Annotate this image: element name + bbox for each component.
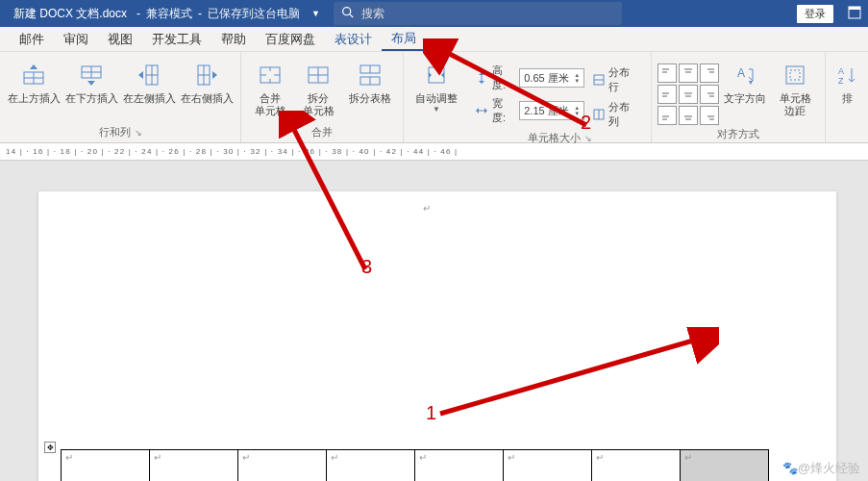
insert-above-icon	[20, 62, 47, 89]
group-merge: 合并 单元格 拆分 单元格 拆分表格 合并	[241, 52, 404, 142]
group-cell-size: 高度: 0.65 厘米▲▼ 宽度: 2.15 厘米▲▼ 分布行 分布列	[469, 52, 652, 142]
search-icon	[341, 6, 354, 21]
height-spinner[interactable]: 0.65 厘米▲▼	[519, 68, 584, 88]
insert-below-button[interactable]: 在下方插入	[63, 56, 119, 105]
split-cells-button[interactable]: 拆分 单元格	[295, 56, 341, 117]
merge-cells-icon	[257, 62, 284, 89]
height-icon	[475, 71, 488, 85]
watermark: 🐾@烽火经验	[782, 460, 860, 477]
table-cell[interactable]: ↵	[150, 450, 238, 482]
align-top-right[interactable]	[700, 63, 719, 83]
horizontal-ruler[interactable]: 14 | · 16 | · 18 | · 20 | · 22 | · 24 | …	[0, 143, 868, 161]
align-mid-center[interactable]	[679, 85, 698, 104]
chevron-down-icon: ▼	[433, 105, 440, 114]
word-table[interactable]: ↵↵↵↵↵↵↵↵ ↵↵↵↵↵↵↵↵ ↵↵↵↵↵↵↵↵ ↵↵↵↵↵↵↵↵	[61, 449, 769, 481]
dialog-launcher-icon[interactable]: ↘	[584, 134, 592, 143]
tab-help[interactable]: 帮助	[211, 27, 256, 51]
search-box[interactable]: 搜索	[334, 2, 622, 25]
group-autofit: 自动调整 ▼	[404, 52, 469, 142]
annotation-number-1: 1	[426, 402, 436, 424]
align-bot-right[interactable]	[700, 106, 719, 125]
align-mid-left[interactable]	[657, 85, 677, 104]
group-alignment: A 文字方向 单元格 边距 对齐方式	[652, 52, 826, 142]
tab-mail[interactable]: 邮件	[10, 27, 54, 51]
table-cell[interactable]: ↵	[504, 450, 592, 482]
distribute-rows-button[interactable]: 分布行	[592, 65, 639, 94]
autofit-button[interactable]: 自动调整 ▼	[409, 56, 463, 114]
alignment-grid	[657, 56, 719, 125]
cell-margins-button[interactable]: 单元格 边距	[771, 56, 819, 117]
title-dropdown-icon[interactable]: ▼	[306, 9, 326, 18]
table-cell[interactable]: ↵	[327, 450, 415, 482]
svg-text:Z: Z	[838, 76, 844, 86]
search-placeholder: 搜索	[361, 6, 384, 22]
distribute-rows-icon	[592, 73, 606, 87]
table-move-handle[interactable]: ✥	[44, 442, 56, 453]
ribbon: 在上方插入 在下方插入 在左侧插入 在右侧插入 行和列↘ 合并 单元格	[0, 52, 868, 143]
align-mid-right[interactable]	[700, 85, 719, 104]
align-bot-center[interactable]	[679, 106, 698, 125]
svg-rect-54	[786, 66, 804, 84]
align-top-center[interactable]	[679, 63, 698, 83]
tab-review[interactable]: 审阅	[54, 27, 98, 51]
distribute-cols-icon	[592, 108, 606, 121]
table-cell-selected[interactable]: ↵	[681, 450, 769, 482]
text-direction-button[interactable]: A 文字方向	[721, 56, 769, 105]
col-width-control[interactable]: 宽度: 2.15 厘米▲▼	[475, 96, 584, 125]
table-cell[interactable]: ↵	[238, 450, 327, 482]
title-bar: 新建 DOCX 文档.docx - 兼容模式 - 已保存到这台电脑 ▼ 搜索 登…	[0, 0, 868, 27]
group-sort: AZ 排	[826, 52, 868, 142]
page[interactable]: ↵	[38, 191, 836, 481]
svg-point-0	[343, 8, 351, 15]
insert-left-icon	[136, 62, 162, 89]
svg-text:A: A	[737, 66, 745, 80]
autofit-icon	[423, 62, 450, 89]
dialog-launcher-icon[interactable]: ↘	[135, 128, 142, 138]
insert-above-button[interactable]: 在上方插入	[6, 56, 62, 105]
width-icon	[475, 104, 488, 117]
width-spinner[interactable]: 2.15 厘米▲▼	[519, 101, 584, 120]
row-height-control[interactable]: 高度: 0.65 厘米▲▼	[475, 63, 584, 92]
insert-right-icon	[193, 62, 220, 89]
document-area: ↵ ✥ ↵↵↵↵↵↵↵↵ ↵↵↵↵↵↵↵↵ ↵↵↵↵↵↵↵↵ ↵↵↵↵↵↵↵↵ …	[0, 161, 868, 481]
split-cells-icon	[305, 62, 332, 89]
saved-status: 已保存到这台电脑	[202, 6, 306, 22]
svg-rect-3	[849, 7, 860, 10]
split-table-button[interactable]: 拆分表格	[343, 56, 397, 105]
tab-view[interactable]: 视图	[98, 27, 142, 51]
sort-button[interactable]: AZ 排	[831, 56, 862, 105]
paragraph-mark: ↵	[423, 203, 431, 214]
annotation-number-2: 2	[581, 112, 591, 134]
login-button[interactable]: 登录	[797, 5, 833, 23]
split-table-icon	[357, 62, 384, 89]
insert-right-button[interactable]: 在右侧插入	[179, 56, 235, 105]
tab-dev[interactable]: 开发工具	[142, 27, 211, 51]
ribbon-tabs: 邮件 审阅 视图 开发工具 帮助 百度网盘 表设计 布局	[0, 27, 868, 52]
align-bot-left[interactable]	[657, 106, 677, 125]
tab-baidu[interactable]: 百度网盘	[256, 27, 325, 51]
table-cell[interactable]: ↵	[415, 450, 504, 482]
svg-rect-55	[790, 70, 800, 80]
distribute-cols-button[interactable]: 分布列	[592, 100, 639, 129]
tab-table-design[interactable]: 表设计	[325, 27, 382, 51]
text-direction-icon: A	[732, 62, 758, 89]
insert-below-icon	[78, 62, 105, 89]
cell-margins-icon	[781, 62, 808, 89]
tab-layout[interactable]: 布局	[382, 27, 426, 51]
sort-icon: AZ	[833, 62, 860, 89]
group-rows-cols: 在上方插入 在下方插入 在左侧插入 在右侧插入 行和列↘	[0, 52, 241, 142]
doc-filename: 新建 DOCX 文档.docx	[0, 6, 136, 22]
svg-text:A: A	[838, 66, 844, 76]
annotation-number-3: 3	[361, 256, 372, 278]
merge-cells-button[interactable]: 合并 单元格	[247, 56, 293, 117]
table-cell[interactable]: ↵	[62, 450, 150, 482]
compat-mode: 兼容模式	[140, 6, 198, 22]
svg-line-1	[350, 14, 353, 17]
insert-left-button[interactable]: 在左侧插入	[121, 56, 177, 105]
table-cell[interactable]: ↵	[592, 450, 681, 482]
table-row: ↵↵↵↵↵↵↵↵	[62, 450, 769, 482]
align-top-left[interactable]	[657, 63, 677, 83]
ribbon-display-icon[interactable]	[841, 6, 868, 22]
